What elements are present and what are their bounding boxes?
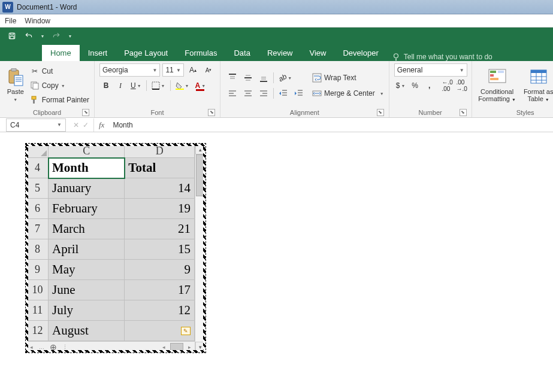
sheet-nav-prev[interactable]: …	[37, 342, 47, 352]
row-header[interactable]: 6	[27, 199, 49, 219]
font-name-combo[interactable]: Georgia▼	[99, 63, 160, 77]
clipboard-launcher[interactable]: ⬊	[82, 109, 89, 116]
tab-insert[interactable]: Insert	[80, 45, 116, 61]
cell-d7[interactable]: 21	[125, 219, 195, 239]
row-header[interactable]: 4	[27, 158, 49, 178]
italic-button[interactable]: I	[114, 79, 127, 92]
tab-review[interactable]: Review	[259, 45, 301, 61]
increase-font-button[interactable]: A▴	[186, 63, 200, 77]
menu-window[interactable]: Window	[25, 17, 50, 25]
accounting-format-button[interactable]: $▼	[394, 79, 407, 92]
new-sheet-button[interactable]: ⊕	[47, 342, 60, 352]
tab-view[interactable]: View	[301, 45, 335, 61]
formula-cancel-icon[interactable]: ✕	[73, 121, 79, 129]
row-header[interactable]: 5	[27, 178, 49, 199]
row-header[interactable]: 9	[27, 260, 49, 280]
percent-format-button[interactable]: %	[409, 79, 422, 92]
fx-icon[interactable]: fx	[99, 120, 104, 130]
align-left-button[interactable]	[225, 87, 240, 100]
tell-me-search[interactable]: Tell me what you want to do	[392, 53, 492, 61]
decrease-decimal-button[interactable]: .00→.0	[455, 79, 469, 92]
hscroll-thumb[interactable]	[170, 343, 183, 351]
smart-tag-icon[interactable]: ✎	[181, 327, 191, 335]
wrap-text-button[interactable]: Wrap Text	[312, 71, 384, 84]
underline-button[interactable]: U▼	[128, 79, 144, 92]
grid[interactable]: C D 4 Month Total 5 January 14 6 Februar…	[26, 144, 195, 341]
align-right-button[interactable]	[256, 87, 271, 100]
embedded-object[interactable]: C D 4 Month Total 5 January 14 6 Februar…	[25, 143, 206, 353]
cell-d12[interactable]: ✎	[125, 321, 195, 341]
save-button[interactable]	[6, 30, 18, 42]
row-header[interactable]: 7	[27, 219, 49, 239]
cell-c6[interactable]: February	[49, 199, 125, 219]
decrease-font-button[interactable]: A▾	[202, 63, 215, 77]
formula-input[interactable]: Month	[109, 121, 553, 129]
col-header-c[interactable]: C	[49, 145, 125, 158]
vscroll-up[interactable]: ▴	[195, 144, 206, 154]
bold-button[interactable]: B	[99, 79, 113, 92]
row-header[interactable]: 10	[27, 280, 49, 300]
vscroll-down[interactable]: ▾	[195, 342, 206, 352]
vscroll-thumb[interactable]	[196, 154, 204, 196]
cell-c7[interactable]: March	[49, 219, 125, 239]
menu-file[interactable]: File	[5, 17, 16, 25]
alignment-launcher[interactable]: ⬊	[377, 109, 384, 116]
formula-enter-icon[interactable]: ✓	[83, 121, 89, 129]
cell-d8[interactable]: 15	[125, 239, 195, 260]
paste-button[interactable]: Paste▼	[5, 63, 26, 108]
cell-c4[interactable]: Month	[49, 158, 125, 178]
undo-button[interactable]	[23, 30, 35, 42]
undo-dropdown[interactable]: ▼	[40, 30, 46, 42]
tab-formulas[interactable]: Formulas	[176, 45, 225, 61]
tab-page-layout[interactable]: Page Layout	[116, 45, 176, 61]
align-middle-button[interactable]	[241, 71, 255, 84]
align-center-button[interactable]	[241, 87, 255, 100]
number-launcher[interactable]: ⬊	[460, 109, 467, 116]
cell-d5[interactable]: 14	[125, 178, 195, 199]
col-header-d[interactable]: D	[125, 145, 195, 158]
format-painter-button[interactable]: Format Painter	[30, 93, 89, 107]
font-color-button[interactable]: A▼	[192, 79, 208, 92]
merge-center-button[interactable]: Merge & Center ▼	[312, 87, 384, 100]
cell-d6[interactable]: 19	[125, 199, 195, 219]
orientation-button[interactable]: ab▼	[276, 71, 294, 84]
hscroll-left[interactable]: ◂	[159, 342, 169, 352]
tab-developer[interactable]: Developer	[334, 45, 386, 61]
row-header[interactable]: 12	[27, 321, 49, 341]
qat-customize[interactable]: ▼	[67, 30, 73, 42]
decrease-indent-button[interactable]	[276, 87, 291, 100]
cell-d9[interactable]: 9	[125, 260, 195, 280]
align-bottom-button[interactable]	[256, 71, 271, 84]
cell-c9[interactable]: May	[49, 260, 125, 280]
fill-color-button[interactable]: ▼	[173, 79, 192, 92]
cell-d11[interactable]: 12	[125, 300, 195, 321]
redo-button[interactable]	[50, 30, 62, 42]
row-header[interactable]: 8	[27, 239, 49, 260]
conditional-formatting-button[interactable]: ConditionalFormatting ▼	[477, 63, 518, 108]
comma-format-button[interactable]: ,	[423, 79, 436, 92]
hscroll-right[interactable]: ▸	[185, 342, 195, 352]
copy-button[interactable]: Copy ▼	[30, 79, 89, 92]
cell-c12[interactable]: August	[49, 321, 125, 341]
cell-d10[interactable]: 17	[125, 280, 195, 300]
number-format-combo[interactable]: General▼	[394, 63, 467, 77]
row-header[interactable]: 11	[27, 300, 49, 321]
cell-c10[interactable]: June	[49, 280, 125, 300]
increase-decimal-button[interactable]: ←.0.00	[441, 79, 454, 92]
cell-c11[interactable]: July	[49, 300, 125, 321]
format-as-table-button[interactable]: Format asTable ▼	[521, 63, 553, 108]
tab-home[interactable]: Home	[42, 45, 80, 61]
cell-d4[interactable]: Total	[125, 158, 195, 178]
font-launcher[interactable]: ⬊	[208, 109, 215, 116]
cell-c8[interactable]: April	[49, 239, 125, 260]
cut-button[interactable]: ✂ Cut	[30, 65, 89, 78]
tab-data[interactable]: Data	[225, 45, 258, 61]
font-size-combo[interactable]: 11▼	[162, 63, 184, 77]
sheet-nav-first[interactable]: ◂	[26, 342, 37, 352]
borders-button[interactable]: ▼	[149, 79, 168, 92]
name-box[interactable]: C4▼	[6, 118, 66, 132]
align-top-button[interactable]	[225, 71, 240, 84]
select-all-corner[interactable]	[27, 145, 49, 158]
cell-c5[interactable]: January	[49, 178, 125, 199]
worksheet[interactable]: C D 4 Month Total 5 January 14 6 Februar…	[26, 144, 195, 352]
